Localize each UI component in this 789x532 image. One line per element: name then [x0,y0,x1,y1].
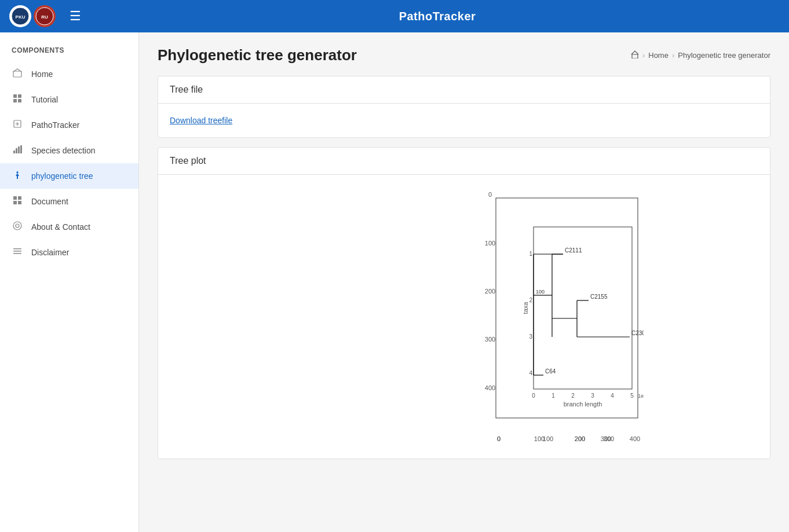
sidebar-section-label: COMPONENTS [0,42,138,61]
hamburger-button[interactable]: ☰ [65,6,86,26]
document-icon [12,196,23,207]
sidebar-item-about-contact[interactable]: About & Contact [0,214,138,240]
svg-rect-21 [13,248,21,250]
sidebar-item-home[interactable]: Home [0,61,138,87]
app-title: PathoTracker [95,10,780,23]
page-header: Phylogenetic tree generator › Home › Phy… [158,46,770,64]
svg-text:400: 400 [630,435,640,442]
svg-text:100: 100 [543,435,553,442]
disclaimer-icon [12,247,23,258]
svg-rect-15 [13,196,17,200]
sidebar-item-phylogenetic-tree[interactable]: phylogenetic tree [0,163,138,189]
svg-rect-5 [13,94,17,98]
home-icon [12,68,23,80]
svg-text:0: 0 [497,435,501,442]
svg-rect-24 [632,54,638,58]
svg-rect-35 [534,227,632,389]
tree-file-header: Tree file [158,76,770,104]
breadcrumb-sep-2: › [672,51,674,60]
phylogenetic-tree-icon [12,170,23,182]
svg-rect-23 [13,253,21,254]
sidebar-item-document[interactable]: Document [0,189,138,214]
svg-text:300: 300 [604,435,614,442]
breadcrumb: › Home › Phylogenetic tree generator [631,50,770,60]
logo-group: PKU RU [9,5,56,27]
svg-text:C2155: C2155 [590,293,608,300]
svg-text:C64: C64 [545,368,556,375]
svg-text:taxa: taxa [522,302,529,314]
svg-text:100: 100 [536,289,545,295]
breadcrumb-home-label: Home [648,51,669,60]
svg-text:300: 300 [485,336,495,343]
svg-point-19 [13,222,21,230]
sidebar-label-tutorial: Tutorial [31,95,58,104]
svg-rect-11 [16,148,17,153]
download-treefile-link[interactable]: Download treefile [170,116,232,125]
sidebar-item-species-detection[interactable]: Species detection [0,138,138,163]
svg-text:2: 2 [529,297,532,303]
svg-rect-13 [20,145,22,153]
sidebar-item-tutorial[interactable]: Tutorial [0,87,138,112]
svg-rect-17 [13,201,17,204]
svg-rect-18 [18,201,21,204]
species-detection-icon [12,145,23,156]
tree-file-card: Tree file Download treefile [158,76,770,138]
sidebar: COMPONENTS Home Tutorial PathoTracker Sp… [0,32,139,532]
svg-rect-12 [18,146,20,153]
app-header: PKU RU ☰ PathoTracker [0,0,789,32]
svg-text:1: 1 [529,251,532,257]
svg-text:200: 200 [575,435,585,442]
tree-file-body: Download treefile [158,104,770,137]
svg-rect-10 [13,151,15,153]
breadcrumb-current: Phylogenetic tree generator [678,51,770,60]
svg-rect-34 [496,198,638,418]
svg-text:200: 200 [485,288,495,295]
logo-right: RU [34,5,56,27]
svg-text:1e-5: 1e-5 [638,393,644,399]
tutorial-icon [12,94,23,105]
about-contact-icon [12,221,23,233]
sidebar-label-about-contact: About & Contact [31,222,90,232]
svg-rect-6 [18,94,21,98]
svg-text:1: 1 [551,392,555,399]
svg-rect-16 [18,196,21,200]
svg-text:C2304: C2304 [631,330,644,336]
svg-text:0: 0 [532,392,535,399]
sidebar-label-disclaimer: Disclaimer [31,248,69,257]
tree-plot-container: 0 100 200 300 400 0 100 200 300 [158,175,770,458]
main-content: Phylogenetic tree generator › Home › Phy… [139,32,789,532]
svg-rect-4 [13,71,21,77]
sidebar-label-species-detection: Species detection [31,146,96,155]
breadcrumb-home-icon [631,50,639,60]
svg-text:100: 100 [485,240,495,247]
svg-text:2: 2 [571,392,575,399]
svg-text:branch length: branch length [564,401,602,408]
svg-text:400: 400 [485,384,495,391]
svg-rect-8 [18,99,21,102]
svg-rect-7 [13,99,17,102]
svg-text:C2111: C2111 [565,247,582,254]
sidebar-label-phylogenetic-tree: phylogenetic tree [31,171,93,181]
sidebar-label-pathotracker: PathoTracker [31,120,80,130]
svg-point-20 [16,224,19,228]
main-layout: COMPONENTS Home Tutorial PathoTracker Sp… [0,32,789,532]
tree-plot-card: Tree plot 0 100 200 300 400 0 100 200 30… [158,147,770,459]
svg-rect-14 [17,176,18,179]
page-title: Phylogenetic tree generator [158,46,357,64]
sidebar-label-document: Document [31,197,68,206]
svg-text:4: 4 [611,392,614,399]
breadcrumb-sep-1: › [642,51,645,60]
svg-text:5: 5 [630,392,634,399]
sidebar-label-home: Home [31,69,53,79]
svg-text:RU: RU [41,14,48,20]
svg-rect-22 [13,251,21,252]
svg-text:4: 4 [529,370,532,376]
sidebar-item-disclaimer[interactable]: Disclaimer [0,240,138,265]
svg-text:3: 3 [591,392,594,399]
phylogenetic-tree-svg: 0 100 200 300 400 0 100 200 300 [284,181,644,447]
svg-text:3: 3 [529,333,532,340]
tree-plot-header: Tree plot [158,148,770,175]
svg-text:0: 0 [488,191,492,198]
svg-text:PKU: PKU [16,14,25,20]
sidebar-item-pathotracker[interactable]: PathoTracker [0,112,138,138]
